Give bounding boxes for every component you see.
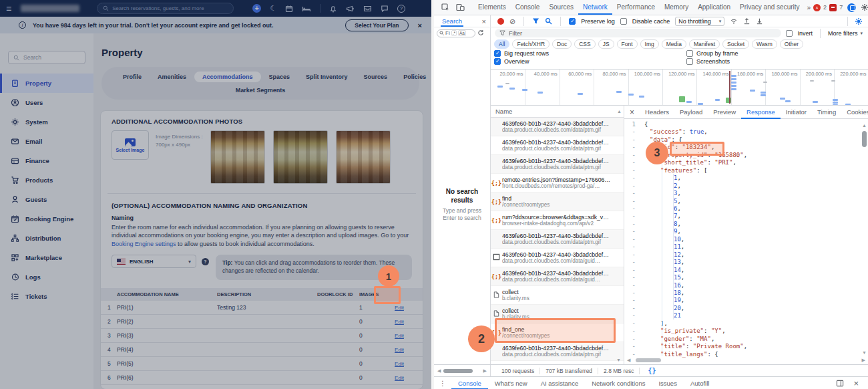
tab-amenities[interactable]: Amenities [150,72,194,82]
drawer-close-icon[interactable]: × [853,378,859,388]
sidebar-item-guests[interactable]: Guests [0,190,93,209]
scroll-right-icon[interactable]: ▶ [862,358,865,363]
scroll-up-icon[interactable]: ▲ [862,123,867,128]
sidebar-item-users[interactable]: Users [0,93,93,112]
search-pane-close-icon[interactable]: × [482,17,486,25]
filter-chip-all[interactable]: All [494,39,509,49]
throttling-select[interactable]: No throttling ▾ [675,17,724,26]
scroll-down-icon[interactable]: ▼ [616,358,621,362]
network-settings-gear-icon[interactable] [855,17,863,25]
drawer-tab-console[interactable]: Console [451,377,488,389]
network-request-row[interactable]: {;}4639fe60-b01b-4237-4a40-3bdadcbdef…da… [491,267,624,286]
search-pane-hscrollbar[interactable]: ◀ ▶ [434,365,491,376]
more-tabs-icon[interactable]: » [807,4,811,11]
network-request-row[interactable]: {;}find/connect/roomtypes [491,192,624,211]
drawer-tab-issues[interactable]: Issues [652,377,683,389]
night-audit-icon[interactable]: ☾ [270,4,276,13]
help-icon[interactable]: ? [397,5,405,13]
refresh-search-icon[interactable] [477,29,484,37]
scrollbar-thumb[interactable] [636,358,661,362]
sidebar-item-system[interactable]: System [0,112,93,132]
filter-chip-js[interactable]: JS [598,39,614,49]
filter-icon[interactable] [532,17,539,25]
network-request-row[interactable]: 4639fe60-b01b-4237-4a40-3bdadcbdef…data.… [491,155,624,174]
response-tab-headers[interactable]: Headers [640,106,674,119]
scroll-up-icon[interactable]: ▲ [617,109,622,114]
name-column-header[interactable]: Name ▲ [491,106,624,118]
filter-chip-fetch-xhr[interactable]: Fetch/XHR [512,39,550,49]
drawer-tab-network-conditions[interactable]: Network conditions [585,377,652,389]
scroll-left-icon[interactable]: ◀ [437,368,441,374]
network-request-row[interactable]: {;}rum?ddsource=browser&ddtags=sdk_v…bro… [491,211,624,230]
scroll-right-icon[interactable]: ▶ [483,368,487,374]
devtools-tab-network[interactable]: Network [578,0,612,15]
record-network-log-icon[interactable] [497,18,504,25]
language-help-icon[interactable]: ? [202,258,209,265]
edit-link[interactable]: Edit [395,375,404,381]
scrollbar-thumb[interactable] [443,369,473,373]
invert-filter-checkbox[interactable] [786,30,793,37]
devtools-tab-memory[interactable]: Memory [660,0,693,15]
response-tab-preview[interactable]: Preview [708,106,741,119]
preserve-log-checkbox[interactable] [569,18,576,25]
network-request-row[interactable]: collectb.clarity.ms [491,286,624,305]
booking-engine-settings-link[interactable]: Booking Engine settings [112,241,176,247]
match-case-toggle[interactable]: Aa [458,30,466,36]
devtools-tab-console[interactable]: Console [511,0,545,15]
scrollbar-thumb[interactable] [862,131,867,147]
response-tab-response[interactable]: Response [741,106,781,119]
network-request-row[interactable]: 4639fe60-b01b-4237-4a40-3bdadcbdef…data.… [491,342,624,361]
sidebar-item-email[interactable]: Email [0,132,93,151]
drawer-tab-what-s-new[interactable]: What's new [488,377,534,389]
filter-chip-img[interactable]: Img [640,39,659,49]
devtools-tab-privacy-and-security[interactable]: Privacy and security [735,0,804,15]
edit-link[interactable]: Edit [395,305,404,311]
select-your-plan-button[interactable]: Select Your Plan [345,19,408,31]
close-request-icon[interactable]: × [630,108,634,117]
clear-network-log-icon[interactable]: ⊘ [509,18,515,25]
bell-icon[interactable] [329,5,337,13]
drawer-tab-ai-assistance[interactable]: AI assistance [534,377,586,389]
disable-cache-checkbox[interactable] [620,18,627,25]
sidebar-item-distribution[interactable]: Distribution [0,229,93,248]
search-pane-tab[interactable]: Search [441,15,463,27]
screenshots-checkbox[interactable] [686,58,693,65]
megaphone-icon[interactable] [346,5,355,13]
drawer-tab-autofill[interactable]: Autofill [684,377,716,389]
filter-chip-socket[interactable]: Socket [722,39,749,49]
tab-profile[interactable]: Profile [115,72,150,82]
response-tab-payload[interactable]: Payload [674,106,708,119]
devtools-tab-elements[interactable]: Elements [473,0,511,15]
filter-chip-css[interactable]: CSS [574,39,595,49]
sidebar-item-tickets[interactable]: Tickets [0,287,93,306]
import-har-icon[interactable] [743,17,750,25]
inbox-icon[interactable] [363,5,372,13]
add-icon[interactable]: + [252,4,261,13]
scroll-down-icon[interactable]: ▼ [862,350,867,355]
device-toolbar-icon[interactable] [456,3,465,11]
overview-checkbox[interactable] [494,58,501,65]
group-by-frame-checkbox[interactable] [686,50,693,57]
sidebar-item-finance[interactable]: Finance [0,151,93,170]
bed-icon[interactable] [302,5,311,13]
devtools-tab-application[interactable]: Application [693,0,735,15]
select-image-button[interactable]: Select Image [112,130,149,160]
sidebar-item-property[interactable]: Property [0,74,93,93]
tab-split-inventory[interactable]: Split Inventory [298,72,356,82]
drawer-kebab-icon[interactable]: ⋮ [439,380,446,387]
edit-link[interactable]: Edit [395,333,404,339]
tab-sources[interactable]: Sources [356,72,396,82]
edit-link[interactable]: Edit [395,347,404,353]
issues-badge-icon[interactable] [829,4,837,11]
devtools-tab-sources[interactable]: Sources [544,0,578,15]
settings-gear-icon[interactable] [861,3,868,11]
network-request-row[interactable]: 4639fe60-b01b-4237-4a40-3bdadcbdef…data.… [491,118,624,136]
sidebar-search-input[interactable]: Search [8,51,85,64]
sidebar-item-logs[interactable]: Logs [0,267,93,287]
filter-chip-font[interactable]: Font [617,39,638,49]
filter-chip-manifest[interactable]: Manifest [689,39,720,49]
network-overview-timeline[interactable]: 20,000 ms40,000 ms60,000 ms80,000 ms100,… [491,69,868,106]
tab-market-segments[interactable]: Market Segments [228,85,294,96]
tab-accommodations[interactable]: Accommodations [194,72,261,82]
sidebar-item-marketplace[interactable]: Marketplace [0,248,93,267]
